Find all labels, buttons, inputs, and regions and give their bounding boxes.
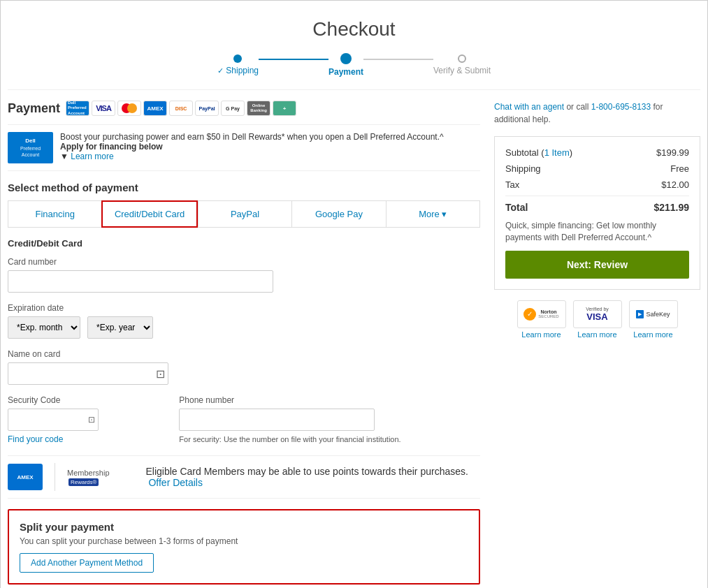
credit-debit-btn[interactable]: Credit/Debit Card [101,200,197,228]
step-label-verify: Verify & Submit [433,66,491,75]
financing-note: Quick, simple financing: Get low monthly… [505,220,689,244]
chat-agent-link[interactable]: Chat with an agent [494,102,564,112]
shipping-row: Shipping Free [505,163,689,174]
dell-banner-main-text: Boost your purchasing power and earn $50… [60,132,444,142]
left-column: Payment Dell Preferred Account VISA AMEX… [8,101,480,585]
credit-debit-form-title: Credit/Debit Card [8,238,480,249]
split-payment-desc: You can split your purchase between 1-3 … [20,536,468,546]
paypal-card-icon: PayPal [195,101,219,116]
step-shipping: ✓ Shipping [217,54,259,75]
exp-year-select[interactable]: *Exp. year [87,316,153,339]
help-text: Chat with an agent or call 1-800-695-813… [494,101,700,126]
membership-label: Membership Rewards® [67,469,133,485]
next-review-button[interactable]: Next: Review [505,251,689,279]
dell-logo-line1: Dell [20,138,41,145]
progress-steps: ✓ Shipping Payment Verify & Submit [8,47,700,82]
security-code-col: Security Code ⊡ Find your code [8,395,158,445]
step-label-payment: Payment [328,67,363,77]
card-number-input[interactable] [8,270,273,293]
online-card-icon: Online Banking [247,101,270,116]
more-btn[interactable]: More ▾ [386,200,480,228]
amex-card-icon: AMEX [143,101,167,116]
dell-apply-text: Apply for financing below [60,142,163,152]
split-payment-section: Split your payment You can split your pu… [8,509,480,585]
amex-membership-logo: AMEX [8,464,43,490]
item-count-link[interactable]: 1 Item [544,147,570,158]
phone-security-note: For security: Use the number on file wit… [179,434,480,445]
name-on-card-wrapper: ⊡ [8,362,480,385]
name-card-icon: ⊡ [156,367,165,381]
dell-learn-more-link[interactable]: Learn more [71,152,113,161]
offer-details-link[interactable]: Offer Details [148,477,203,488]
financing-btn[interactable]: Financing [8,200,101,228]
select-method-title: Select method of payment [8,182,480,193]
paypal-btn[interactable]: PayPal [198,200,291,228]
step-dot-payment [340,53,352,64]
connector-1 [259,59,328,60]
find-code-link[interactable]: Find your code [8,434,158,444]
connector-2 [363,59,433,60]
visa-verified-text: Verified by [586,307,609,311]
norton-badge-item: ✓ Norton SECURED Learn more [517,300,566,339]
help-text-middle: or call [566,102,591,112]
subtotal-value: $199.99 [656,147,689,158]
security-phone-row: Security Code ⊡ Find your code Phone num… [8,395,480,445]
exp-month-select[interactable]: *Exp. month [8,316,80,339]
step-label-shipping: ✓ Shipping [217,66,259,75]
right-column: Chat with an agent or call 1-800-695-813… [494,101,700,585]
safekey-text: SafeKey [646,311,670,318]
dell-logo-line2: Preferred [20,145,41,152]
phone-label: Phone number [179,395,480,405]
checkout-header: Checkout ✓ Shipping Payment [8,8,700,90]
discover-card-icon: DISC [169,101,193,116]
norton-text: Norton SECURED [538,309,558,318]
total-label: Total [505,202,528,213]
expiration-label: Expiration date [8,303,480,313]
add-payment-method-button[interactable]: Add Another Payment Method [20,553,154,573]
visa-card-icon: VISA [92,101,115,116]
dell-logo-line3: Account [20,152,41,158]
extra-card-icon: + [273,101,296,116]
security-icon: ⊡ [88,415,95,425]
name-on-card-group: Name on card ⊡ [8,349,480,385]
dell-logo: Dell Preferred Account [8,132,53,163]
visa-learn-more[interactable]: Learn more [577,330,616,339]
safekey-learn-more[interactable]: Learn more [633,330,672,339]
shipping-label: Shipping [505,163,541,174]
phone-input[interactable] [179,409,375,431]
tax-value: $12.00 [661,179,689,190]
expiration-row: *Exp. month *Exp. year [8,316,480,339]
payment-icons: Dell Preferred Account VISA AMEX DISC Pa… [66,101,296,116]
dell-card-icon: Dell Preferred Account [66,101,89,116]
norton-check-icon: ✓ [523,308,536,321]
amex-logo-text: AMEX [17,474,33,480]
name-on-card-label: Name on card [8,349,480,359]
safekey-badge-item: ▶ SafeKey Learn more [629,300,678,339]
payment-title: Payment [8,101,60,116]
membership-main-text: Eligible Card Members may be able to use… [145,466,480,488]
payment-methods-row: Financing Credit/Debit Card PayPal Googl… [8,200,480,228]
visa-verified-badge-item: Verified by VISA Learn more [573,300,622,339]
membership-section: AMEX Membership Rewards® Eligible Card M… [8,455,480,499]
security-code-input[interactable] [8,409,99,431]
norton-badge: ✓ Norton SECURED [517,300,566,328]
norton-learn-more[interactable]: Learn more [521,330,561,339]
google-pay-btn[interactable]: Google Pay [291,200,385,228]
total-row: Total $211.99 [505,196,689,213]
shipping-value: Free [670,163,689,174]
phone-link[interactable]: 1-800-695-8133 [591,102,651,112]
dell-banner-content: Boost your purchasing power and earn $50… [60,132,444,161]
checkmark-shipping: ✓ [217,66,224,75]
rewards-badge: Rewards® [68,478,99,486]
expiration-group: Expiration date *Exp. month *Exp. year [8,303,480,339]
name-on-card-input[interactable] [8,362,168,385]
step-verify: Verify & Submit [433,54,491,75]
tax-label: Tax [505,179,519,190]
dell-preferred-banner: Dell Preferred Account Boost your purcha… [8,124,480,171]
safekey-badge: ▶ SafeKey [629,300,678,328]
order-summary: Subtotal (1 Item) $199.99 Shipping Free … [494,136,700,290]
safekey-amex-icon: ▶ [636,310,644,318]
security-code-wrapper: ⊡ [8,409,158,431]
visa-badge-logo: VISA [586,311,607,322]
card-number-group: Card number [8,257,480,293]
